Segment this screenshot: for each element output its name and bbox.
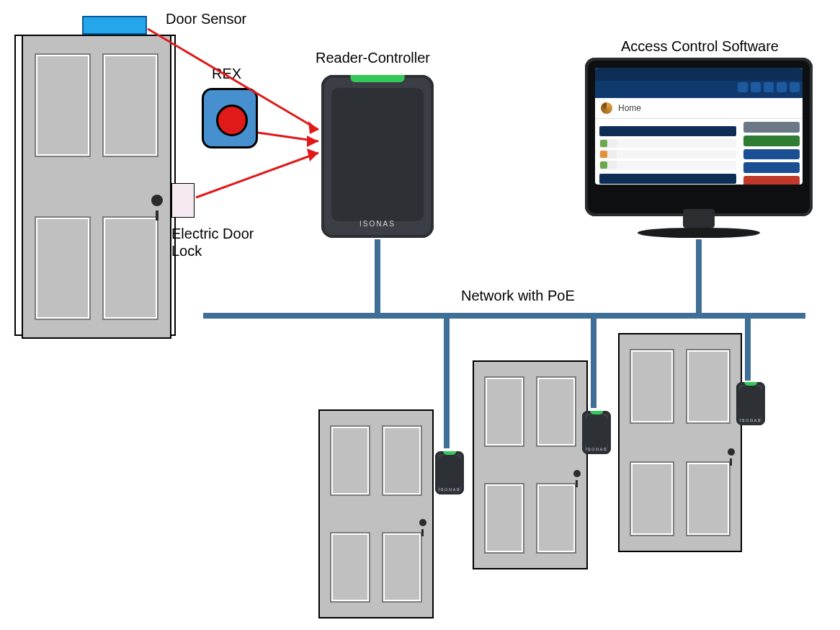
svg-marker-3 — [308, 121, 318, 134]
network-drop — [591, 319, 597, 408]
network-drop — [444, 319, 450, 448]
status-card — [743, 162, 800, 173]
door-sensor — [82, 16, 147, 35]
home-icon — [601, 102, 612, 114]
status-card — [743, 122, 800, 133]
svg-line-1 — [258, 133, 318, 141]
label-reader-controller: Reader-Controller — [316, 49, 430, 66]
status-card — [743, 176, 800, 185]
label-access-software: Access Control Software — [621, 37, 779, 55]
reader-brand: ISONAS — [321, 220, 434, 228]
svg-marker-5 — [307, 148, 318, 161]
main-door — [14, 35, 176, 336]
label-rex: REX — [212, 65, 241, 82]
svg-marker-4 — [307, 136, 318, 147]
small-door — [473, 360, 588, 569]
label-door-sensor: Door Sensor — [166, 10, 246, 27]
network-drop — [745, 319, 751, 381]
rex-button — [202, 88, 258, 148]
network-backbone — [203, 313, 805, 319]
network-drop — [375, 239, 380, 313]
small-reader: ISONAS — [582, 411, 611, 454]
rex-push-icon — [216, 105, 248, 136]
label-electric-lock: Electric Door Lock — [171, 225, 287, 259]
reader-led-icon — [351, 75, 405, 82]
door-knob — [151, 195, 163, 206]
small-door — [618, 333, 742, 552]
label-network: Network with PoE — [461, 287, 575, 304]
small-reader: ISONAS — [435, 451, 464, 494]
electric-door-lock — [171, 183, 195, 218]
reader-controller: ISONAS — [321, 75, 434, 238]
small-door — [318, 409, 434, 618]
status-card — [743, 149, 800, 160]
small-reader: ISONAS — [736, 382, 765, 425]
monitor: Home — [585, 58, 813, 238]
network-drop — [696, 239, 702, 313]
access-control-software: Home — [595, 68, 803, 185]
svg-line-2 — [196, 153, 318, 198]
status-card — [743, 136, 800, 146]
